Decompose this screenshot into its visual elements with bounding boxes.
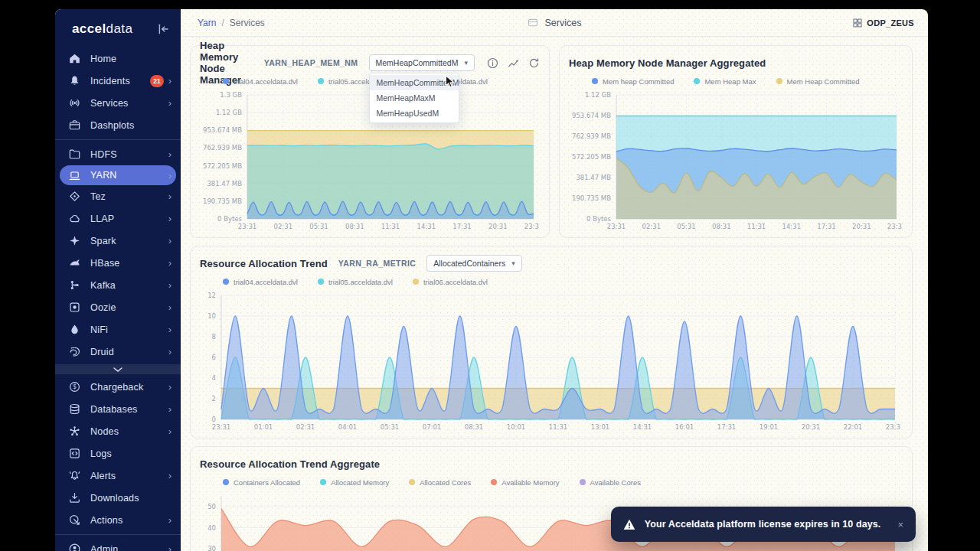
legend-item[interactable]: Allocated Memory (320, 478, 389, 487)
sidebar-item-downloads[interactable]: Downloads (55, 487, 181, 509)
toast-close-icon[interactable]: × (897, 519, 903, 530)
legend-item[interactable]: trial04.acceldata.dvl (223, 77, 298, 86)
sidebar-item-spark[interactable]: Spark› (55, 230, 181, 252)
dropdown-option-memheapcommittedm[interactable]: MemHeapCommittedM (370, 75, 459, 90)
legend-item[interactable]: Mem Heap Max (694, 77, 756, 86)
sidebar-collapse-icon[interactable] (156, 22, 170, 36)
svg-text:50: 50 (207, 503, 216, 510)
sidebar-item-nodes[interactable]: Nodes› (55, 420, 181, 442)
sidebar-item-hbase[interactable]: HBase› (55, 252, 181, 274)
legend-item[interactable]: Allocated Cores (409, 478, 471, 487)
sidebar-item-llap[interactable]: LLAP› (55, 207, 181, 230)
svg-text:8: 8 (212, 333, 216, 341)
info-icon[interactable] (487, 57, 498, 69)
legend-item[interactable]: trial06.acceldata.dvl (413, 278, 488, 286)
sidebar-item-dashplots[interactable]: Dashplots (55, 114, 181, 136)
sidebar-item-services[interactable]: Services› (55, 92, 181, 114)
sidebar-item-actions[interactable]: Actions› (55, 509, 181, 531)
svg-text:22:01: 22:01 (844, 423, 863, 431)
svg-text:10:01: 10:01 (507, 423, 526, 431)
svg-text:11:31: 11:31 (381, 223, 400, 230)
svg-text:23:31: 23:31 (524, 223, 540, 230)
legend-dot (592, 78, 598, 84)
legend-item[interactable]: trial04.acceldata.dvl (223, 278, 298, 286)
nifi-icon (69, 324, 80, 335)
dropdown-option-memheapusedm[interactable]: MemHeapUsedM (370, 106, 459, 121)
sidebar-item-yarn[interactable]: YARN› (60, 165, 176, 185)
ra-metric-select[interactable]: AllocatedContainers ▾ (426, 255, 522, 272)
svg-text:381.47 MB: 381.47 MB (207, 180, 242, 187)
legend-dot (776, 78, 782, 84)
oozie-icon (69, 302, 80, 313)
bell-icon (69, 75, 80, 86)
acceldata-logo: acceldata (72, 21, 156, 37)
sidebar-item-home[interactable]: Home (55, 47, 181, 70)
dashboard-content: Heap Memory Node Manager YARN_HEAP_MEM_N… (181, 37, 928, 551)
svg-text:05:31: 05:31 (381, 423, 400, 431)
heap-metric-select[interactable]: MemHeapCommittedM ▾ (369, 54, 475, 71)
folder-icon (69, 148, 80, 160)
sidebar-item-admin[interactable]: Admin› (55, 538, 181, 551)
dropdown-option-memheapmaxm[interactable]: MemHeapMaxM (370, 90, 459, 106)
legend-item[interactable]: Mem Heap Committed (776, 77, 860, 86)
breadcrumb: Yarn / Services (198, 18, 265, 28)
sidebar-item-kafka[interactable]: Kafka› (55, 274, 181, 296)
sidebar-item-alerts[interactable]: Alerts› (55, 465, 181, 487)
legend-item[interactable]: Mem heap Committed (592, 77, 674, 86)
svg-text:190.735 MB: 190.735 MB (572, 194, 611, 202)
svg-text:08:31: 08:31 (712, 223, 731, 230)
refresh-icon[interactable] (528, 57, 540, 69)
legend-item[interactable]: Available Cores (580, 478, 641, 487)
sidebar-item-druid[interactable]: Druid› (55, 341, 181, 363)
sidebar-item-label: Dashplots (90, 120, 172, 131)
svg-text:14:31: 14:31 (417, 223, 436, 230)
legend-item[interactable]: Available Memory (491, 478, 559, 487)
breadcrumb-parent-link[interactable]: Yarn (198, 18, 216, 28)
svg-text:23:31: 23:31 (887, 223, 903, 230)
grid-icon (853, 18, 862, 28)
sidebar-item-logs[interactable]: Logs (55, 442, 181, 465)
sidebar-item-label: LLAP (90, 214, 164, 224)
chevron-right-icon: › (168, 426, 172, 436)
svg-text:14:31: 14:31 (782, 223, 802, 230)
svg-text:6: 6 (212, 354, 216, 361)
chevron-right-icon: › (168, 471, 172, 481)
panel-title: Resource Allocation Trend Aggregate (200, 458, 380, 470)
legend-dot (409, 479, 415, 485)
sidebar-item-incidents[interactable]: Incidents21› (55, 70, 181, 92)
sidebar-item-databases[interactable]: Databases› (55, 398, 181, 420)
database-icon (69, 403, 80, 415)
sidebar-scroll-down-indicator[interactable] (55, 364, 181, 374)
sidebar-item-label: Incidents (90, 76, 150, 86)
druid-icon (69, 346, 80, 357)
tez-icon (69, 191, 80, 202)
svg-text:11:31: 11:31 (549, 423, 568, 431)
svg-text:20:31: 20:31 (802, 423, 821, 431)
admin-icon (69, 543, 80, 551)
chevron-right-icon: › (168, 280, 172, 290)
legend-dot (223, 479, 229, 485)
sidebar-item-label: Services (90, 98, 164, 109)
topbar: Yarn / Services Services ODP_ZEUS (181, 9, 928, 37)
sidebar-divider (55, 534, 181, 535)
legend-item[interactable]: trial05.acceldata.dvl (318, 278, 393, 286)
environment-switcher[interactable]: ODP_ZEUS (853, 18, 914, 28)
trend-chart-icon[interactable] (508, 57, 519, 69)
chevron-right-icon: › (168, 98, 172, 108)
sidebar-item-hdfs[interactable]: HDFS› (55, 143, 181, 165)
sidebar-item-chargeback[interactable]: $Chargeback› (55, 376, 181, 398)
sidebar-item-nifi[interactable]: NiFi› (55, 318, 181, 341)
legend-item[interactable]: Containers Allocated (223, 478, 300, 487)
svg-text:17:31: 17:31 (717, 423, 737, 431)
services-icon (528, 17, 539, 28)
svg-text:190.735 MB: 190.735 MB (203, 197, 242, 205)
panel-title: Heap Memory Node Manager Aggregated (569, 57, 766, 69)
sidebar-item-label: YARN (90, 170, 164, 181)
svg-text:20:31: 20:31 (852, 223, 871, 230)
svg-text:04:01: 04:01 (338, 423, 358, 431)
sidebar-item-oozie[interactable]: Oozie› (55, 296, 181, 318)
sidebar-item-label: NiFi (90, 324, 164, 335)
svg-text:05:31: 05:31 (677, 223, 696, 230)
sidebar-item-tez[interactable]: Tez› (55, 185, 181, 207)
svg-text:381.47 MB: 381.47 MB (576, 174, 611, 181)
